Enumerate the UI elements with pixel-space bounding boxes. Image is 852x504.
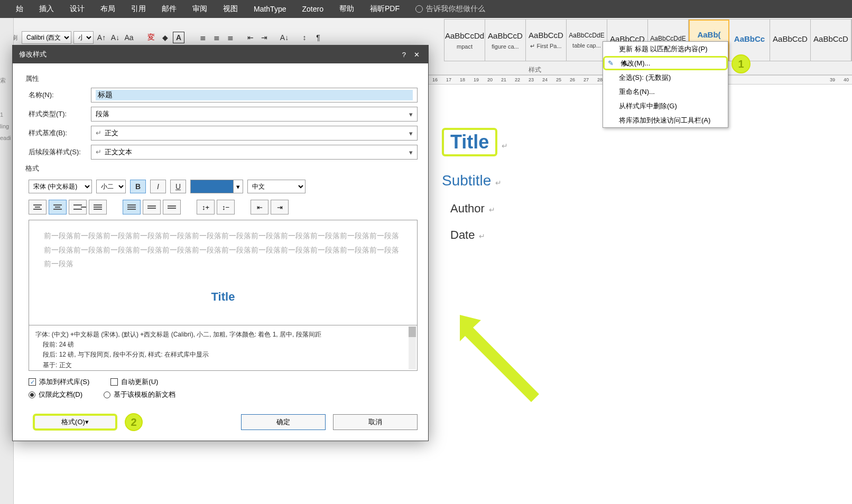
- style-item[interactable]: AaBbCc: [729, 20, 770, 61]
- name-input[interactable]: [96, 90, 413, 100]
- indent-dec-icon[interactable]: ⇤: [245, 32, 256, 43]
- phonetic-guide-icon[interactable]: 変: [145, 32, 157, 43]
- props-section-label: 属性: [25, 74, 418, 83]
- preview-prev-text: 前一段落前一段落前一段落前一段落前一段落前一段落前一段落前一段落前一段落前一段落…: [44, 229, 402, 271]
- grow-font-icon[interactable]: A↑: [96, 32, 107, 43]
- style-context-menu: 更新 标题 以匹配所选内容(P) ✎ 修改(M)... 1 全选(S): (无数…: [603, 41, 728, 128]
- style-base-select[interactable]: ↵正文▾: [91, 126, 418, 141]
- numbering-icon[interactable]: ≣: [211, 32, 223, 43]
- ctx-add-to-qat[interactable]: 将库添加到快速访问工具栏(A): [603, 113, 728, 127]
- template-based-radio[interactable]: 基于该模板的新文档: [104, 390, 175, 399]
- style-item[interactable]: AaBbCcD↵ First Pa...: [526, 20, 567, 61]
- ribbon-tabs: 始 插入 设计 布局 引用 邮件 审阅 视图 MathType Zotero 帮…: [0, 0, 852, 18]
- font-size-select[interactable]: 小二: [73, 31, 94, 44]
- show-marks-icon[interactable]: ¶: [312, 32, 324, 43]
- tab-review[interactable]: 审阅: [192, 4, 207, 14]
- dlg-lang-select[interactable]: 中文: [247, 180, 305, 193]
- annotation-badge-2: 2: [125, 413, 143, 431]
- align-left-button[interactable]: [29, 200, 47, 214]
- font-color-picker[interactable]: ▾: [190, 180, 243, 193]
- spacing-group: [123, 200, 181, 214]
- chevron-down-icon: ▾: [409, 110, 413, 118]
- next-label: 后续段落样式(S):: [29, 147, 91, 157]
- align-center-button[interactable]: [49, 200, 67, 214]
- spacing-1.5-button[interactable]: [143, 200, 161, 214]
- ctx-select-all[interactable]: 全选(S): (无数据): [603, 70, 728, 85]
- style-item[interactable]: AaBbCcD: [811, 20, 851, 61]
- dialog-titlebar[interactable]: 修改样式 ? ✕: [13, 45, 428, 63]
- indent-inc-button[interactable]: ⇥: [271, 200, 289, 214]
- name-field[interactable]: [91, 88, 418, 102]
- spacing-1-button[interactable]: [123, 200, 141, 214]
- font-group: 刷 Calibri (西文 小二 A↑ A↓ Aa 変 ◆ A ≣ ≣ ≣ ⇤ …: [12, 31, 324, 44]
- tab-insert[interactable]: 插入: [39, 4, 54, 14]
- ctx-update-style[interactable]: 更新 标题 以匹配所选内容(P): [603, 42, 728, 56]
- dlg-font-size-select[interactable]: 小二: [96, 180, 126, 193]
- only-this-doc-radio[interactable]: 仅限此文档(D): [29, 390, 82, 399]
- format-dropdown-button[interactable]: 格式(O)▾: [33, 414, 117, 431]
- help-icon[interactable]: ?: [399, 51, 409, 59]
- font-name-select[interactable]: Calibri (西文: [22, 31, 71, 44]
- tab-references[interactable]: 引用: [131, 4, 146, 14]
- ctx-remove-from-gallery[interactable]: 从样式库中删除(G): [603, 99, 728, 113]
- align-right-button[interactable]: [69, 200, 87, 214]
- style-item[interactable]: AaBbCcDdEtable cap...: [567, 20, 607, 61]
- style-type-select[interactable]: 段落▾: [91, 107, 418, 122]
- doc-title[interactable]: Title: [442, 128, 497, 156]
- doc-subtitle[interactable]: Subtitle↵: [442, 172, 852, 189]
- tab-help[interactable]: 帮助: [339, 4, 354, 14]
- tab-foxit[interactable]: 福昕PDF: [370, 4, 400, 14]
- style-item[interactable]: AaBbCcDfigure ca...: [485, 20, 526, 61]
- auto-update-checkbox[interactable]: 自动更新(U): [110, 377, 158, 387]
- indent-inc-icon[interactable]: ⇥: [258, 32, 270, 43]
- sort-icon[interactable]: A↓: [279, 32, 290, 43]
- underline-button[interactable]: U: [170, 180, 186, 193]
- style-item[interactable]: AaBbCcDdmpact: [444, 20, 485, 61]
- tab-start[interactable]: 始: [16, 4, 23, 14]
- format-toolbar: 宋体 (中文标题) 小二 B I U ▾ 中文: [29, 180, 418, 193]
- bullets-icon[interactable]: ≣: [197, 32, 209, 43]
- char-border-icon[interactable]: A: [173, 32, 184, 43]
- clear-format-icon[interactable]: ◆: [159, 32, 171, 43]
- bold-button[interactable]: B: [130, 180, 146, 193]
- annotation-badge-1: 1: [731, 54, 751, 73]
- italic-button[interactable]: I: [150, 180, 166, 193]
- para-space-dec-button[interactable]: ↕−: [217, 200, 235, 214]
- align-group: [29, 200, 107, 214]
- tab-mathtype[interactable]: MathType: [254, 5, 286, 13]
- scrollbar[interactable]: [409, 326, 416, 369]
- chevron-down-icon: ▾: [233, 180, 243, 193]
- spacing-2-button[interactable]: [163, 200, 181, 214]
- base-label: 样式基准(B):: [29, 128, 91, 138]
- ok-button[interactable]: 确定: [241, 414, 326, 430]
- tell-me-label: 告诉我你想做什么: [426, 4, 485, 14]
- close-icon[interactable]: ✕: [411, 51, 422, 59]
- line-spacing-icon[interactable]: ↕: [299, 32, 310, 43]
- tab-design[interactable]: 设计: [70, 4, 85, 14]
- paragraph-mark-icon: ↵: [502, 142, 508, 150]
- add-to-gallery-checkbox[interactable]: ✓添加到样式库(S): [29, 377, 89, 387]
- style-item[interactable]: AaBbCcD: [770, 20, 811, 61]
- dialog-title-text: 修改样式: [19, 50, 47, 59]
- ctx-rename[interactable]: 重命名(N)...: [603, 85, 728, 99]
- document-area[interactable]: Title↵ Subtitle↵ Author↵ Date↵: [427, 86, 852, 504]
- para-space-inc-button[interactable]: ↕+: [197, 200, 215, 214]
- tab-mailings[interactable]: 邮件: [162, 4, 177, 14]
- cancel-button[interactable]: 取消: [333, 414, 418, 430]
- shrink-font-icon[interactable]: A↓: [109, 32, 121, 43]
- next-style-select[interactable]: ↵正文文本▾: [91, 145, 418, 160]
- tab-layout[interactable]: 布局: [100, 4, 115, 14]
- tab-view[interactable]: 视图: [223, 4, 238, 14]
- doc-date[interactable]: Date↵: [450, 228, 852, 242]
- tab-zotero[interactable]: Zotero: [302, 5, 323, 13]
- align-justify-button[interactable]: [89, 200, 107, 214]
- multilevel-icon[interactable]: ≣: [225, 32, 236, 43]
- annotation-arrow-icon: [455, 310, 550, 405]
- dlg-font-name-select[interactable]: 宋体 (中文标题): [29, 180, 92, 193]
- svg-marker-0: [460, 315, 539, 402]
- indent-dec-button[interactable]: ⇤: [251, 200, 268, 214]
- modify-style-dialog: 修改样式 ? ✕ 属性 名称(N): 样式类型(T): 段落▾ 样式基准(B):…: [12, 45, 429, 441]
- change-case-icon[interactable]: Aa: [123, 32, 135, 43]
- doc-author[interactable]: Author↵: [450, 202, 852, 216]
- tell-me-search[interactable]: 告诉我你想做什么: [415, 4, 485, 14]
